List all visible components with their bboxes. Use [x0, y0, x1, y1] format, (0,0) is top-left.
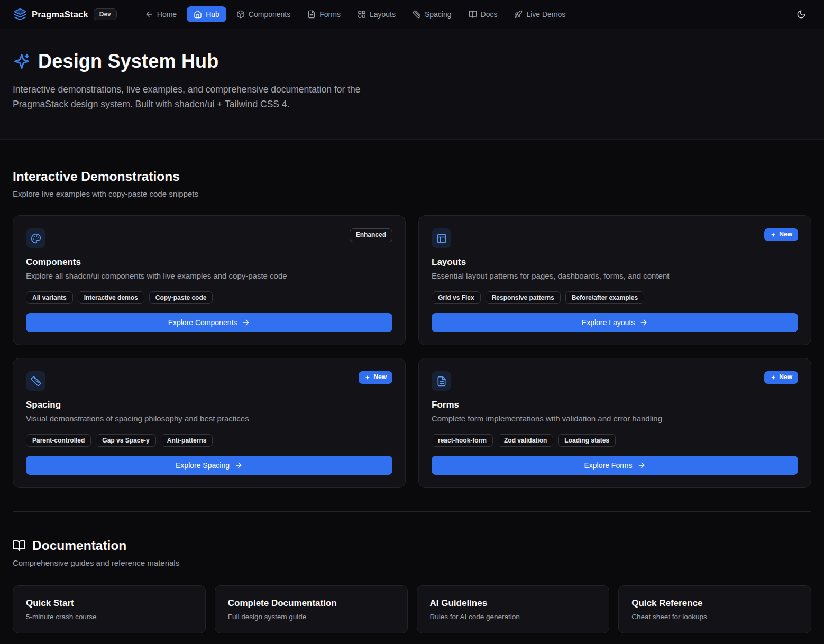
tag: Parent-controlled — [26, 434, 91, 447]
rocket-icon — [514, 10, 523, 19]
section-divider — [13, 511, 811, 512]
nav-label: Hub — [206, 10, 219, 19]
new-badge: New — [764, 228, 798, 241]
badge-label: New — [779, 373, 792, 382]
enhanced-badge: Enhanced — [350, 228, 392, 242]
hero-section: Design System Hub Interactive demonstrat… — [0, 29, 824, 140]
card-description: Explore all shadcn/ui components with li… — [26, 271, 392, 280]
box-icon — [236, 10, 245, 19]
layout-grid-icon — [358, 10, 366, 19]
tag: Responsive patterns — [486, 291, 561, 304]
explore-forms-button[interactable]: Explore Forms — [432, 456, 798, 475]
nav-label: Docs — [481, 10, 498, 19]
doc-card-title: Complete Documentation — [228, 598, 395, 609]
card-description: Visual demonstrations of spacing philoso… — [26, 414, 392, 423]
docs-subtitle: Comprehensive guides and reference mater… — [13, 558, 811, 567]
doc-card-complete-documentation[interactable]: Complete Documentation Full design syste… — [215, 585, 408, 633]
button-label: Explore Components — [168, 318, 237, 327]
env-badge: Dev — [94, 8, 117, 20]
tag: Interactive demos — [78, 291, 144, 304]
nav-item-docs[interactable]: Docs — [462, 6, 505, 22]
sparkle-icon — [364, 374, 371, 381]
demo-card-components: Enhanced Components Explore all shadcn/u… — [13, 215, 406, 345]
arrow-left-icon — [145, 10, 153, 19]
page-title: Design System Hub — [38, 50, 218, 72]
ruler-icon — [26, 371, 45, 391]
doc-card-quick-start[interactable]: Quick Start 5-minute crash course — [13, 585, 206, 633]
button-label: Explore Forms — [584, 461, 632, 470]
demo-card-forms: New Forms Complete form implementations … — [418, 358, 811, 488]
tag: Copy-paste code — [149, 291, 213, 304]
button-label: Explore Spacing — [176, 461, 230, 470]
explore-components-button[interactable]: Explore Components — [26, 313, 392, 332]
book-open-icon — [469, 10, 477, 19]
doc-card-quick-reference[interactable]: Quick Reference Cheat sheet for lookups — [618, 585, 811, 633]
sparkle-icon — [770, 232, 776, 238]
nav-item-home[interactable]: Home — [138, 6, 184, 22]
demo-card-grid: Enhanced Components Explore all shadcn/u… — [13, 215, 811, 488]
demo-card-layouts: New Layouts Essential layout patterns fo… — [418, 215, 811, 345]
brand[interactable]: PragmaStack Dev — [14, 8, 117, 21]
tag: All variants — [26, 291, 73, 304]
docs-title: Documentation — [32, 538, 126, 553]
home-icon — [194, 10, 202, 19]
demos-title: Interactive Demonstrations — [13, 169, 811, 184]
tag: Anti-patterns — [161, 434, 213, 447]
logo-layers-icon — [14, 8, 26, 21]
nav-item-layouts[interactable]: Layouts — [351, 6, 402, 22]
file-text-icon — [307, 10, 316, 19]
new-badge: New — [764, 371, 798, 384]
tag: Gap vs Space-y — [96, 434, 155, 447]
book-open-icon — [13, 539, 25, 552]
button-label: Explore Layouts — [582, 318, 635, 327]
doc-card-subtitle: 5-minute crash course — [26, 613, 193, 621]
card-description: Complete form implementations with valid… — [432, 414, 798, 423]
brand-name: PragmaStack — [32, 10, 88, 20]
arrow-right-icon — [639, 318, 648, 327]
card-title: Layouts — [432, 257, 798, 268]
badge-label: New — [779, 231, 792, 239]
badge-label: New — [373, 373, 387, 382]
nav-item-hub[interactable]: Hub — [187, 6, 226, 22]
doc-card-title: Quick Reference — [631, 598, 798, 609]
nav-item-components[interactable]: Components — [230, 6, 297, 22]
tag: Grid vs Flex — [432, 291, 481, 304]
file-text-icon — [432, 371, 451, 391]
doc-card-subtitle: Rules for AI code generation — [430, 613, 597, 621]
ruler-icon — [413, 10, 421, 19]
hero-description: Interactive demonstrations, live example… — [13, 82, 407, 112]
card-title: Forms — [432, 400, 798, 410]
nav-item-live-demos[interactable]: Live Demos — [507, 6, 572, 22]
tag: Loading states — [558, 434, 616, 447]
nav-label: Live Demos — [526, 10, 565, 19]
arrow-right-icon — [234, 461, 243, 470]
palette-icon — [26, 228, 45, 248]
nav-label: Spacing — [425, 10, 452, 19]
tag-list: Parent-controlled Gap vs Space-y Anti-pa… — [26, 434, 392, 447]
doc-card-ai-guidelines[interactable]: AI Guidelines Rules for AI code generati… — [417, 585, 610, 633]
theme-toggle-button[interactable] — [792, 5, 810, 23]
moon-icon — [796, 10, 806, 19]
tag-list: react-hook-form Zod validation Loading s… — [432, 434, 798, 447]
nav-label: Home — [157, 10, 177, 19]
sparkles-icon — [13, 52, 31, 70]
tag: Zod validation — [498, 434, 553, 447]
nav-item-spacing[interactable]: Spacing — [406, 6, 459, 22]
doc-card-subtitle: Cheat sheet for lookups — [631, 613, 798, 621]
doc-card-title: Quick Start — [26, 598, 193, 609]
doc-card-title: AI Guidelines — [430, 598, 597, 609]
explore-spacing-button[interactable]: Explore Spacing — [26, 456, 392, 475]
nav-label: Layouts — [370, 10, 396, 19]
tag: Before/after examples — [565, 291, 644, 304]
nav-item-forms[interactable]: Forms — [300, 6, 347, 22]
demo-card-spacing: New Spacing Visual demonstrations of spa… — [13, 358, 406, 488]
docs-section-header: Documentation — [13, 538, 811, 553]
arrow-right-icon — [637, 461, 646, 470]
demos-subtitle: Explore live examples with copy-paste co… — [13, 189, 811, 198]
doc-card-subtitle: Full design system guide — [228, 613, 395, 621]
sparkle-icon — [770, 374, 776, 381]
explore-layouts-button[interactable]: Explore Layouts — [432, 313, 798, 332]
tag: react-hook-form — [432, 434, 493, 447]
arrow-right-icon — [242, 318, 250, 327]
card-description: Essential layout patterns for pages, das… — [432, 271, 798, 280]
